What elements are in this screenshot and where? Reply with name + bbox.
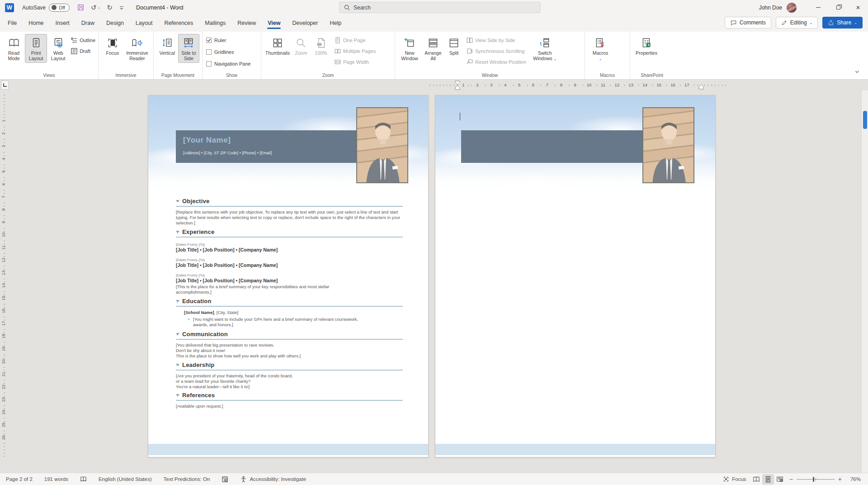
- collapse-triangle-icon[interactable]: [176, 300, 179, 303]
- focus-button[interactable]: Focus: [101, 34, 124, 57]
- experience-entry: [Dates From]–[To] [Job Title] • [Job Pos…: [176, 258, 403, 268]
- show-column: Ruler Gridlines Navigation Pane: [206, 34, 251, 68]
- macros-button[interactable]: Macros⌄: [588, 34, 613, 63]
- language-indicator[interactable]: English (United States): [93, 473, 158, 485]
- tab-view[interactable]: View: [262, 16, 286, 30]
- page-footer-band: [435, 444, 715, 455]
- read-mode-view-icon: [753, 476, 760, 483]
- user-avatar[interactable]: [787, 3, 797, 13]
- zoom-track[interactable]: [797, 479, 835, 480]
- word-count[interactable]: 191 words: [38, 473, 74, 485]
- draft-button[interactable]: Draft: [71, 47, 95, 55]
- side-to-side-button[interactable]: Side to Side: [178, 34, 200, 63]
- read-mode-button[interactable]: Read Mode: [3, 34, 25, 63]
- accessibility-status[interactable]: Accessibility: Investigate: [234, 473, 312, 485]
- collapse-triangle-icon[interactable]: [176, 364, 179, 366]
- zoom-out-button[interactable]: −: [789, 475, 793, 483]
- save-button[interactable]: [77, 4, 85, 11]
- proofing-status[interactable]: [74, 473, 93, 485]
- read-mode-view-button[interactable]: [750, 474, 762, 485]
- collapse-triangle-icon[interactable]: [176, 200, 179, 203]
- tab-stop-selector[interactable]: [1, 81, 9, 90]
- zoom-in-button[interactable]: +: [838, 475, 842, 483]
- zoom-percentage[interactable]: 76%: [845, 476, 861, 482]
- redo-button[interactable]: ↻: [107, 4, 113, 12]
- editing-mode-button[interactable]: Editing ⌄: [776, 17, 818, 29]
- horizontal-ruler[interactable]: 1234567891011121314151617: [429, 80, 728, 90]
- web-layout-view-icon: [776, 476, 783, 483]
- tab-mailings[interactable]: Mailings: [199, 16, 231, 30]
- print-layout-button[interactable]: Print Layout: [25, 34, 47, 63]
- arrange-all-button[interactable]: Arrange All: [421, 34, 445, 63]
- search-input[interactable]: Search: [339, 2, 541, 13]
- ribbon-tabs-row: File Home Insert Draw Design Layout Refe…: [0, 15, 868, 32]
- word-window: W AutoSave Off ↺⌄ ↻ Document4 - Word Sea…: [0, 0, 868, 485]
- undo-button[interactable]: ↺⌄: [91, 4, 100, 12]
- tab-layout[interactable]: Layout: [130, 16, 159, 30]
- references-text: [Available upon request.]: [176, 404, 403, 409]
- experience-entry: [Dates From]–[To] [Job Title] • [Job Pos…: [176, 273, 403, 295]
- tab-draw[interactable]: Draw: [75, 16, 100, 30]
- collapse-triangle-icon[interactable]: [176, 231, 179, 233]
- svg-text:S: S: [647, 43, 650, 47]
- synchronous-scrolling-button: Synchronous Scrolling: [467, 47, 526, 55]
- web-layout-button[interactable]: Web Layout: [47, 34, 69, 63]
- word-logo-icon[interactable]: W: [5, 3, 14, 12]
- ruler-checkbox[interactable]: Ruler: [206, 36, 251, 44]
- properties-button[interactable]: S Properties: [633, 34, 660, 57]
- ribbon-tabs: File Home Insert Draw Design Layout Refe…: [2, 16, 347, 30]
- new-window-button[interactable]: New Window: [398, 34, 421, 63]
- document-page-2[interactable]: [435, 95, 716, 457]
- resume-name: [Your Name]: [183, 136, 231, 145]
- immersive-reader-button[interactable]: Immersive Reader: [124, 34, 151, 63]
- switch-windows-button[interactable]: Switch Windows ⌄: [531, 34, 559, 63]
- autosave-toggle[interactable]: Off: [49, 4, 70, 12]
- tab-developer[interactable]: Developer: [286, 16, 324, 30]
- status-bar: Page 2 of 2 191 words English (United St…: [0, 473, 868, 485]
- tab-help[interactable]: Help: [324, 16, 347, 30]
- right-indent-marker[interactable]: [698, 84, 704, 90]
- minimize-button[interactable]: [808, 0, 828, 15]
- collapse-triangle-icon[interactable]: [176, 394, 179, 397]
- customize-qat-button[interactable]: [119, 5, 124, 10]
- tab-review[interactable]: Review: [231, 16, 262, 30]
- tab-design[interactable]: Design: [100, 16, 130, 30]
- vertical-button[interactable]: Vertical: [156, 34, 178, 57]
- vertical-scrollbar[interactable]: [861, 90, 868, 473]
- comments-button[interactable]: Comments: [725, 17, 771, 29]
- close-button[interactable]: ✕: [848, 0, 868, 15]
- text-predictions-indicator[interactable]: Text Predictions: On: [158, 473, 216, 485]
- zoom-thumb[interactable]: [813, 477, 814, 482]
- web-layout-view-button[interactable]: [774, 474, 786, 485]
- user-name: John Doe: [759, 5, 782, 11]
- collapse-ribbon-button[interactable]: [854, 68, 860, 76]
- checkbox-icon: [206, 49, 212, 55]
- tab-insert[interactable]: Insert: [50, 16, 75, 30]
- thumbnails-button[interactable]: Thumbnails: [264, 34, 291, 57]
- reset-window-position-icon: [467, 59, 473, 65]
- share-button[interactable]: Share ⌄: [822, 17, 863, 29]
- outline-button[interactable]: Outline: [71, 36, 95, 44]
- tab-references[interactable]: References: [158, 16, 199, 30]
- scrollbar-thumb[interactable]: [863, 111, 867, 129]
- zoom-slider[interactable]: − +: [789, 475, 842, 483]
- restore-button[interactable]: [828, 0, 848, 15]
- split-button[interactable]: Split: [445, 34, 463, 57]
- profile-photo: [642, 107, 694, 183]
- search-icon: [344, 5, 350, 10]
- print-layout-view-button[interactable]: [762, 474, 774, 485]
- autosave-control[interactable]: AutoSave Off: [22, 4, 70, 12]
- editor-status[interactable]: [216, 473, 234, 485]
- page-indicator[interactable]: Page 2 of 2: [0, 473, 38, 485]
- group-label-macros: Macros: [585, 73, 630, 78]
- collapse-triangle-icon[interactable]: [176, 333, 179, 336]
- tab-home[interactable]: Home: [23, 16, 49, 30]
- split-icon: [448, 37, 460, 49]
- document-page-1[interactable]: [Your Name] [Address] • [City, ST ZIP Co…: [148, 95, 429, 457]
- navigation-pane-checkbox[interactable]: Navigation Pane: [206, 59, 251, 68]
- vertical-ruler[interactable]: 1234567891011121314151617181920212223242…: [0, 95, 8, 457]
- tab-file[interactable]: File: [2, 16, 23, 30]
- gridlines-checkbox[interactable]: Gridlines: [206, 48, 251, 56]
- group-label-page-movement: Page Movement: [154, 73, 202, 78]
- focus-mode-button[interactable]: Focus: [719, 473, 750, 485]
